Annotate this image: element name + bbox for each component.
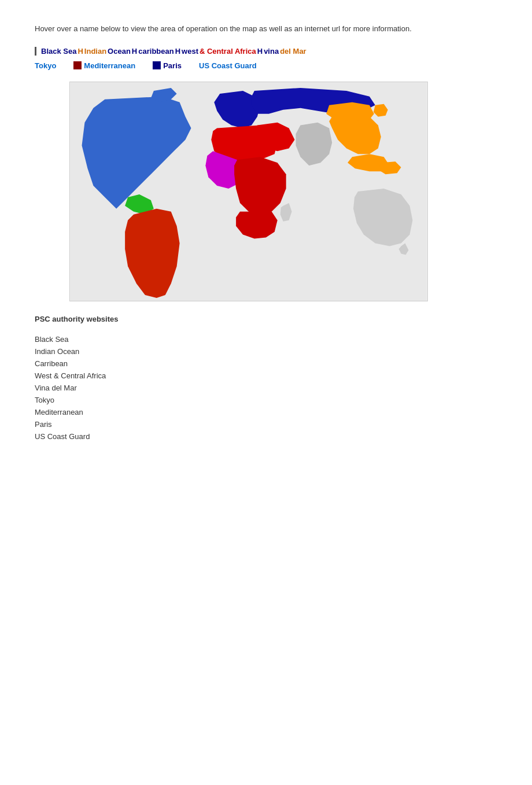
nav-mediterranean[interactable]: Mediterranean bbox=[84, 61, 135, 70]
world-map bbox=[69, 82, 428, 301]
link-us-coast-guard[interactable]: US Coast Guard bbox=[35, 432, 90, 441]
list-item-west-central-africa: West & Central Africa bbox=[35, 371, 497, 380]
nav-west[interactable]: west bbox=[182, 47, 198, 56]
nav-ocean[interactable]: Ocean bbox=[108, 47, 131, 56]
hover-nav-row1: Black Sea HIndian Ocean Hcaribbean Hwest… bbox=[35, 47, 497, 56]
link-tokyo[interactable]: Tokyo bbox=[35, 396, 54, 404]
nav-indian[interactable]: Indian bbox=[84, 47, 106, 56]
list-item-tokyo: Tokyo bbox=[35, 396, 497, 404]
nav-h-vina[interactable]: H bbox=[257, 47, 263, 56]
list-item-carribean: Carribean bbox=[35, 359, 497, 368]
nav-tokyo[interactable]: Tokyo bbox=[35, 61, 56, 70]
link-paris[interactable]: Paris bbox=[35, 420, 52, 429]
list-item-paris: Paris bbox=[35, 420, 497, 429]
nav-h-caribbean[interactable]: H bbox=[132, 47, 137, 56]
psc-list: Black Sea Indian Ocean Carribean West & … bbox=[35, 335, 497, 441]
link-indian-ocean[interactable]: Indian Ocean bbox=[35, 347, 79, 356]
nav-del-mar[interactable]: del Mar bbox=[280, 47, 306, 56]
list-item-mediterranean: Mediterranean bbox=[35, 408, 497, 417]
list-item-black-sea: Black Sea bbox=[35, 335, 497, 344]
china bbox=[326, 102, 374, 121]
nav-h-indian[interactable]: H bbox=[77, 47, 83, 56]
mediterranean-color-box bbox=[73, 61, 82, 69]
icon-row2: Tokyo Mediterranean Paris US Coast Guard bbox=[35, 61, 497, 70]
nav-caribbean[interactable]: caribbean bbox=[138, 47, 173, 56]
link-black-sea[interactable]: Black Sea bbox=[35, 335, 69, 344]
nav-africa[interactable]: & Central Africa bbox=[200, 47, 256, 56]
nav-paris-item: Paris bbox=[153, 61, 182, 70]
paris-color-box bbox=[153, 61, 161, 69]
psc-title: PSC authority websites bbox=[35, 315, 497, 323]
nav-mediterranean-item: Mediterranean bbox=[73, 61, 135, 70]
link-carribean[interactable]: Carribean bbox=[35, 359, 68, 368]
nav-vina[interactable]: vina bbox=[264, 47, 279, 56]
nav-h-west[interactable]: H bbox=[175, 47, 180, 56]
link-mediterranean[interactable]: Mediterranean bbox=[35, 408, 83, 417]
nav-us-coast-guard[interactable]: US Coast Guard bbox=[199, 61, 257, 70]
link-vina-del-mar[interactable]: Vina del Mar bbox=[35, 384, 77, 392]
nav-black-sea[interactable]: Black Sea bbox=[41, 47, 76, 56]
intro-text: Hover over a name below to view the area… bbox=[35, 23, 497, 35]
nav-tokyo-item: Tokyo bbox=[35, 61, 56, 70]
map-container bbox=[69, 82, 497, 303]
list-item-us-coast-guard: US Coast Guard bbox=[35, 432, 497, 441]
link-west-central-africa[interactable]: West & Central Africa bbox=[35, 371, 106, 380]
list-item-vina-del-mar: Vina del Mar bbox=[35, 384, 497, 392]
list-item-indian-ocean: Indian Ocean bbox=[35, 347, 497, 356]
nav-us-coast-guard-item: US Coast Guard bbox=[199, 61, 257, 70]
nav-paris[interactable]: Paris bbox=[163, 61, 182, 70]
